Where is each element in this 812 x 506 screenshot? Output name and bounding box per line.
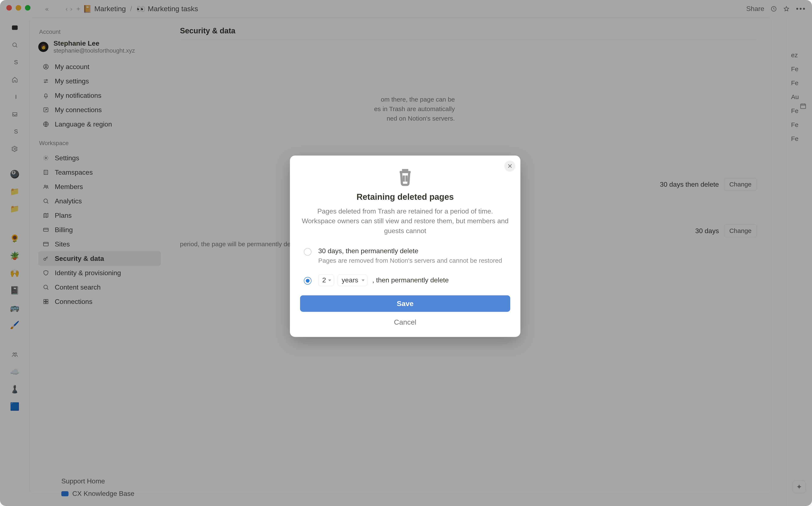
- trash-icon: [300, 167, 510, 186]
- option-30days-title: 30 days, then permanently delete: [318, 247, 502, 255]
- option-custom[interactable]: 2 years , then permanently delete: [304, 274, 506, 286]
- cancel-button[interactable]: Cancel: [300, 312, 510, 328]
- option-30days[interactable]: 30 days, then permanently delete Pages a…: [304, 247, 506, 265]
- retain-modal: ✕ Retaining deleted pages Pages deleted …: [290, 155, 521, 337]
- option-30days-sub: Pages are removed from Notion's servers …: [318, 256, 502, 265]
- option-custom-tail: , then permanently delete: [373, 276, 449, 284]
- app-window: « ‹ › ＋ 📔 Marketing / 👀 Marketing tasks …: [0, 0, 812, 506]
- radio-checked[interactable]: [304, 277, 312, 284]
- close-icon[interactable]: ✕: [504, 161, 515, 171]
- save-button[interactable]: Save: [300, 296, 510, 312]
- modal-options: 30 days, then permanently delete Pages a…: [304, 247, 506, 286]
- modal-subtitle: Pages deleted from Trash are retained fo…: [300, 206, 510, 236]
- duration-unit-select[interactable]: years: [338, 274, 367, 286]
- radio-unchecked[interactable]: [304, 248, 312, 256]
- duration-number-select[interactable]: 2: [318, 274, 334, 286]
- modal-title: Retaining deleted pages: [300, 192, 510, 202]
